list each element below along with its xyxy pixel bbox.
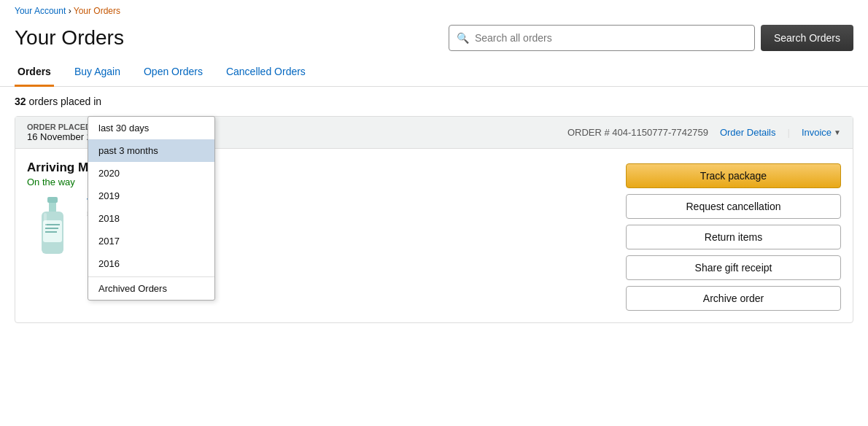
track-package-button[interactable]: Track package xyxy=(626,163,841,188)
order-number-label: ORDER # 404-1150777-7742759 xyxy=(567,127,708,138)
breadcrumb-separator: › xyxy=(69,6,71,16)
search-box-container: 🔍 xyxy=(449,25,755,51)
dropdown-item-last-30[interactable]: last 30 days xyxy=(88,117,214,139)
svg-rect-6 xyxy=(45,231,57,233)
return-items-button[interactable]: Return items xyxy=(626,225,841,249)
product-image-svg xyxy=(34,197,71,261)
svg-rect-0 xyxy=(47,197,58,203)
request-cancellation-button[interactable]: Request cancellation xyxy=(626,194,841,219)
action-buttons: Track package Request cancellation Retur… xyxy=(626,160,841,311)
svg-rect-7 xyxy=(44,213,47,228)
dropdown-item-2020[interactable]: 2020 xyxy=(88,162,214,185)
tab-buy-again[interactable]: Buy Again xyxy=(71,60,123,87)
svg-rect-5 xyxy=(45,228,58,229)
orders-count: 32 orders placed in xyxy=(15,96,101,107)
orders-meta: 32 orders placed in last 30 days past 3 … xyxy=(0,87,868,116)
tab-cancelled-orders[interactable]: Cancelled Orders xyxy=(223,60,309,87)
invoice-dropdown[interactable]: Invoice ▼ xyxy=(802,127,841,138)
dropdown-item-2019[interactable]: 2019 xyxy=(88,185,214,207)
separator: | xyxy=(788,127,790,138)
svg-rect-4 xyxy=(45,224,60,225)
dropdown-item-2016[interactable]: 2016 xyxy=(88,252,214,275)
time-period-dropdown[interactable]: last 30 days past 3 months 2020 2019 201… xyxy=(88,116,215,301)
breadcrumb-current: Your Orders xyxy=(74,6,120,16)
invoice-link[interactable]: Invoice xyxy=(802,127,832,138)
order-header-right: ORDER # 404-1150777-7742759 Order Detail… xyxy=(567,127,841,138)
search-area: 🔍 Search Orders xyxy=(449,25,853,51)
dropdown-item-past-3-months[interactable]: past 3 months xyxy=(88,139,214,162)
tab-open-orders[interactable]: Open Orders xyxy=(141,60,206,87)
page-title: Your Orders xyxy=(15,26,124,50)
search-icon: 🔍 xyxy=(457,32,469,44)
dropdown-item-archived[interactable]: Archived Orders xyxy=(88,276,214,300)
tabs-row: Orders Buy Again Open Orders Cancelled O… xyxy=(0,60,868,87)
chevron-down-icon: ▼ xyxy=(834,128,841,136)
search-input[interactable] xyxy=(475,32,747,44)
tab-orders[interactable]: Orders xyxy=(15,60,54,87)
breadcrumb-parent-link[interactable]: Your Account xyxy=(15,6,66,16)
product-image xyxy=(27,196,78,262)
order-details-link[interactable]: Order Details xyxy=(720,127,776,138)
header-row: Your Orders 🔍 Search Orders xyxy=(0,19,868,60)
archive-order-button[interactable]: Archive order xyxy=(626,286,841,311)
breadcrumb: Your Account › Your Orders xyxy=(0,0,868,19)
share-gift-receipt-button[interactable]: Share gift receipt xyxy=(626,255,841,280)
svg-rect-1 xyxy=(49,203,56,212)
order-number-value: 404-1150777-7742759 xyxy=(612,127,708,138)
dropdown-item-2017[interactable]: 2017 xyxy=(88,230,214,252)
search-orders-button[interactable]: Search Orders xyxy=(761,25,853,51)
dropdown-item-2018[interactable]: 2018 xyxy=(88,207,214,230)
